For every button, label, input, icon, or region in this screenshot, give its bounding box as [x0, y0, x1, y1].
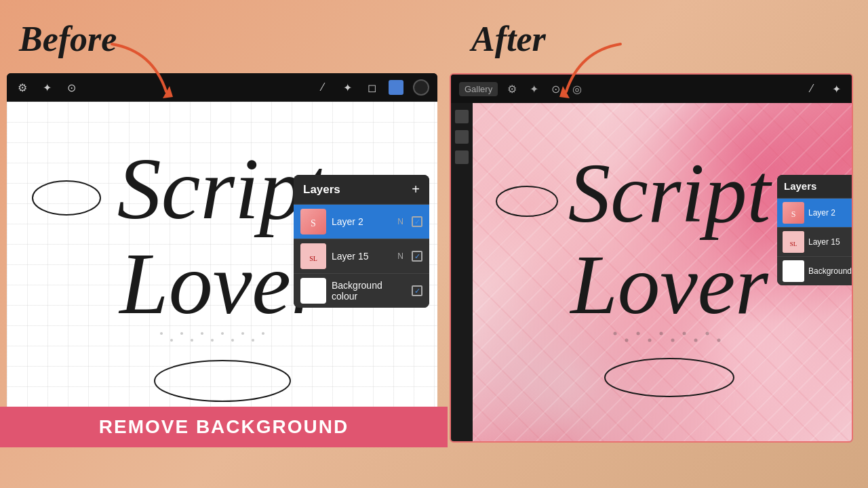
svg-point-35 [717, 338, 720, 342]
side-tool-2[interactable] [455, 130, 469, 144]
svg-point-29 [648, 338, 651, 342]
svg-point-27 [625, 338, 628, 342]
svg-point-23 [496, 186, 557, 216]
layer-visibility-check[interactable] [412, 216, 422, 227]
gallery-button[interactable]: Gallery [459, 82, 498, 96]
layer-visibility-check[interactable] [412, 251, 422, 262]
layer-item[interactable]: SL Layer 15 N [294, 239, 429, 273]
layer-name: Layer 15 [808, 237, 846, 247]
procreate-canvas-before: ⚙ ✦ ⊙ ∕ ✦ ◻ Script Lover [7, 73, 437, 443]
layers-header-after: Layers [777, 175, 852, 198]
svg-point-32 [682, 331, 686, 335]
svg-point-31 [671, 338, 674, 342]
svg-point-13 [231, 339, 234, 342]
brush-icon[interactable]: ∕ [315, 80, 330, 95]
svg-point-9 [191, 339, 193, 342]
transform-icon[interactable]: ✦ [39, 80, 54, 95]
layer-item[interactable]: Background colour [294, 273, 429, 308]
svg-point-15 [252, 339, 254, 342]
svg-point-28 [636, 331, 639, 335]
layers-add-button[interactable]: + [412, 182, 420, 197]
select-icon[interactable]: ⊙ [64, 80, 79, 95]
svg-point-34 [705, 331, 709, 335]
transform-icon[interactable]: ✦ [526, 81, 541, 96]
layers-title: Layers [303, 183, 340, 197]
procreate-canvas-after: Gallery ⚙ ✦ ⊙ ◎ ∕ ✦ S [450, 73, 853, 443]
layers-panel-before: Layers + S Layer 2 N [294, 175, 429, 308]
layers-title-after: Layers [784, 180, 816, 192]
layer-item[interactable]: Background [777, 256, 852, 285]
svg-point-14 [241, 332, 244, 335]
svg-point-26 [613, 331, 616, 335]
layer-name: Layer 2 [808, 208, 846, 218]
erase-icon[interactable]: ◻ [364, 80, 379, 95]
layer-thumbnail: S [300, 209, 326, 235]
svg-text:SL: SL [309, 255, 317, 262]
svg-point-3 [33, 181, 100, 215]
main-container: Before ⚙ ✦ ⊙ ∕ ✦ ◻ [0, 0, 868, 488]
wrench-icon[interactable]: ⚙ [15, 80, 30, 95]
side-toolbar [451, 103, 473, 441]
layers-icon[interactable] [389, 80, 403, 95]
brush-icon[interactable]: ∕ [804, 81, 819, 96]
toolbar-after: Gallery ⚙ ✦ ⊙ ◎ ∕ ✦ [451, 75, 852, 103]
layer-name: Layer 15 [332, 251, 392, 262]
layer-blend-mode: N [397, 217, 403, 226]
layer-name: Background colour [332, 280, 406, 302]
svg-point-25 [605, 359, 734, 396]
layer-item[interactable]: S Layer 2 N [294, 204, 429, 239]
banner-text: REMOVE BACKGROUND [99, 416, 349, 438]
svg-text:SL: SL [790, 241, 797, 247]
after-label: After [471, 19, 546, 59]
svg-text:Script: Script [568, 146, 772, 240]
layer-thumbnail: SL [783, 231, 804, 253]
side-tool-3[interactable] [455, 150, 469, 164]
layer-name: Layer 2 [332, 216, 392, 227]
side-tool-1[interactable] [455, 110, 469, 123]
svg-point-16 [262, 332, 264, 335]
toolbar-before: ⚙ ✦ ⊙ ∕ ✦ ◻ [7, 73, 437, 102]
layer-name: Background [808, 266, 852, 276]
after-section: After Gallery ⚙ ✦ ⊙ ◎ ∕ ✦ [437, 0, 868, 447]
smudge-icon[interactable]: ✦ [829, 81, 844, 96]
svg-point-6 [160, 332, 163, 335]
layer-thumbnail [300, 278, 326, 304]
svg-point-11 [211, 339, 214, 342]
layer-blend-mode: N [397, 251, 403, 261]
svg-point-12 [221, 332, 224, 335]
svg-point-8 [180, 332, 183, 335]
svg-text:S: S [791, 209, 796, 219]
layer-thumbnail: S [783, 202, 804, 224]
svg-point-7 [170, 339, 173, 342]
layers-panel-after: Layers S Layer 2 SL [777, 175, 852, 285]
color-picker[interactable] [413, 79, 429, 96]
svg-text:Lover: Lover [569, 238, 769, 331]
svg-text:S: S [311, 218, 316, 228]
layer-visibility-check[interactable] [412, 285, 422, 296]
svg-point-33 [694, 338, 697, 342]
layer-thumbnail: SL [300, 243, 326, 269]
after-arrow [553, 37, 634, 105]
svg-point-30 [659, 331, 663, 335]
layer-thumbnail [783, 260, 804, 282]
wrench-icon[interactable]: ⚙ [505, 81, 519, 96]
bottom-banner: REMOVE BACKGROUND [0, 407, 448, 447]
before-arrow [98, 37, 180, 105]
smudge-icon[interactable]: ✦ [340, 80, 355, 95]
layers-header: Layers + [294, 175, 429, 204]
before-section: Before ⚙ ✦ ⊙ ∕ ✦ ◻ [0, 0, 448, 447]
svg-point-5 [155, 361, 290, 401]
layer-item[interactable]: S Layer 2 [777, 198, 852, 227]
svg-point-10 [201, 332, 203, 335]
layer-item[interactable]: SL Layer 15 [777, 227, 852, 256]
